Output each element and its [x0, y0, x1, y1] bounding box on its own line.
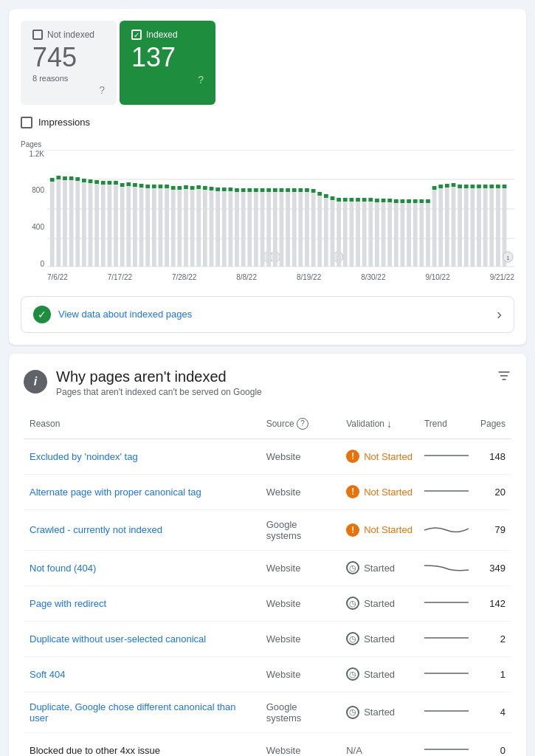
source-cell: Google systems [260, 509, 341, 550]
reason-cell[interactable]: Soft 404 [24, 656, 260, 692]
table-header-row: Reason Source ? Validation ↓ Trend Pages [24, 412, 511, 439]
reason-cell[interactable]: Page with redirect [24, 585, 260, 621]
svg-rect-116 [382, 199, 386, 202]
svg-rect-139 [458, 188, 462, 267]
reason-cell[interactable]: Alternate page with proper canonical tag [24, 474, 260, 509]
svg-rect-78 [266, 188, 271, 192]
svg-rect-40 [159, 185, 163, 188]
svg-rect-18 [89, 179, 93, 183]
svg-rect-140 [458, 185, 462, 188]
svg-rect-56 [210, 187, 214, 190]
validation-sort[interactable]: Validation ↓ [346, 418, 392, 430]
svg-rect-10 [63, 176, 67, 180]
col-validation[interactable]: Validation ↓ [340, 412, 418, 439]
filter-icon[interactable] [497, 368, 511, 387]
reason-cell[interactable]: Duplicate, Google chose different canoni… [24, 692, 260, 732]
view-data-chevron: › [497, 306, 502, 323]
reason-cell[interactable]: Not found (404) [24, 550, 260, 585]
svg-rect-129 [426, 203, 430, 267]
col-trend: Trend [418, 412, 474, 439]
pages-cell: 2 [474, 621, 511, 656]
trend-line-chart [424, 666, 469, 681]
reasons-table: Reason Source ? Validation ↓ Trend Pages [24, 412, 511, 756]
chart-y-label: Pages [21, 140, 514, 148]
trend-line-chart [424, 704, 469, 718]
svg-rect-64 [235, 188, 239, 192]
svg-rect-107 [356, 202, 360, 267]
svg-rect-100 [331, 196, 335, 200]
sort-down-icon: ↓ [387, 418, 392, 430]
not-indexed-checkbox[interactable] [32, 30, 43, 40]
svg-rect-7 [56, 179, 61, 267]
x-axis-labels: 7/6/22 7/17/22 7/28/22 8/8/22 8/19/22 8/… [47, 270, 514, 281]
svg-rect-39 [159, 188, 163, 267]
svg-rect-110 [362, 198, 367, 202]
view-data-link[interactable]: ✓ View data about indexed pages › [21, 296, 514, 333]
svg-rect-49 [190, 190, 195, 267]
reason-cell[interactable]: Excluded by 'noindex' tag [24, 439, 260, 474]
col-pages: Pages [474, 412, 511, 439]
svg-rect-135 [445, 188, 449, 267]
svg-rect-31 [133, 187, 137, 267]
table-row: Soft 404Website◷Started1 [24, 656, 511, 692]
svg-rect-145 [477, 188, 481, 267]
svg-rect-98 [324, 194, 328, 198]
svg-rect-99 [331, 200, 335, 267]
table-row: Duplicate without user-selected canonica… [24, 621, 511, 656]
svg-rect-117 [387, 202, 392, 267]
svg-rect-37 [152, 188, 156, 267]
svg-rect-73 [254, 192, 258, 267]
indexed-help-icon[interactable]: ? [198, 74, 204, 86]
svg-rect-103 [343, 202, 348, 267]
svg-rect-82 [280, 188, 284, 192]
not-indexed-help-icon[interactable]: ? [99, 84, 105, 96]
y-label-0: 0 [40, 260, 44, 268]
svg-rect-36 [145, 185, 150, 188]
svg-rect-125 [413, 203, 418, 267]
svg-rect-106 [350, 198, 354, 202]
source-help-icon[interactable]: ? [297, 418, 308, 430]
svg-rect-29 [126, 186, 131, 267]
svg-rect-83 [286, 192, 290, 267]
svg-rect-30 [126, 182, 131, 186]
not-indexed-box[interactable]: Not indexed 745 8 reasons ? [21, 21, 117, 105]
validation-cell: ◷Started [340, 692, 418, 732]
pages-cell: 79 [474, 509, 511, 550]
svg-rect-61 [229, 191, 233, 267]
svg-rect-35 [145, 188, 150, 267]
svg-rect-136 [445, 184, 449, 188]
svg-rect-93 [311, 193, 316, 267]
section-title: Why pages aren't indexed [56, 368, 262, 385]
reason-cell[interactable]: Crawled - currently not indexed [24, 509, 260, 550]
table-row: Not found (404)Website◷Started349 [24, 550, 511, 585]
svg-rect-143 [471, 188, 475, 267]
reason-cell[interactable]: Duplicate without user-selected canonica… [24, 621, 260, 656]
svg-text:1: 1 [506, 254, 509, 261]
svg-rect-46 [177, 186, 182, 190]
svg-rect-27 [120, 187, 125, 267]
trend-cell [418, 621, 474, 656]
validation-cell: N/A [340, 732, 418, 756]
validation-text: Not Started [364, 451, 413, 462]
svg-rect-124 [407, 199, 411, 203]
impressions-row[interactable]: Impressions [21, 117, 514, 128]
svg-rect-126 [413, 199, 418, 203]
svg-rect-128 [419, 199, 424, 203]
trend-cell [418, 509, 474, 550]
indexed-checkbox[interactable] [131, 30, 142, 40]
svg-rect-45 [177, 190, 182, 267]
impressions-checkbox[interactable] [21, 117, 32, 128]
svg-rect-120 [394, 199, 398, 203]
svg-rect-92 [305, 188, 309, 192]
svg-rect-111 [368, 202, 373, 267]
svg-rect-151 [496, 188, 500, 267]
table-body: Excluded by 'noindex' tagWebsite!Not Sta… [24, 439, 511, 756]
svg-rect-138 [452, 183, 456, 187]
source-cell: Website [260, 474, 341, 509]
reason-cell: Blocked due to other 4xx issue [24, 732, 260, 756]
svg-rect-88 [298, 188, 303, 192]
svg-rect-44 [171, 186, 176, 190]
indexed-box[interactable]: Indexed 137 ? [120, 21, 215, 105]
not-indexed-sub: 8 reasons [32, 74, 105, 83]
svg-rect-85 [292, 192, 297, 267]
